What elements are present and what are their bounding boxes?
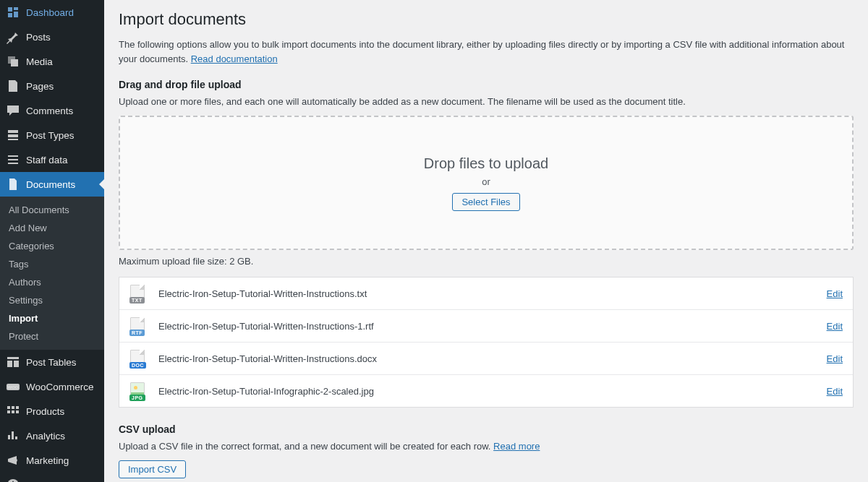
file-type-rtf-icon: RTF [129, 317, 145, 335]
intro-paragraph: The following options allow you to bulk … [119, 38, 854, 66]
uploaded-file-list: TXTElectric-Iron-Setup-Tutorial-Written-… [119, 277, 854, 408]
dashboard-icon [6, 5, 20, 20]
sidebar-item-label: Marketing [26, 455, 69, 466]
submenu-item-settings[interactable]: Settings [0, 291, 104, 309]
sidebar-item-post-types[interactable]: Post Types [0, 123, 104, 147]
sidebar-item-label: Media [26, 56, 53, 67]
file-dropzone[interactable]: Drop files to upload or Select Files [119, 116, 854, 250]
sidebar-item-posts[interactable]: Posts [0, 25, 104, 49]
sidebar-item-products[interactable]: Products [0, 399, 104, 423]
sidebar-item-marketing[interactable]: Marketing [0, 448, 104, 473]
file-edit-link[interactable]: Edit [827, 321, 843, 332]
products-icon [6, 404, 20, 418]
file-type-jpg-icon: JPG [129, 382, 145, 400]
sidebar-item-label: Pages [26, 81, 54, 92]
file-edit-link[interactable]: Edit [827, 353, 843, 364]
astra-icon [6, 478, 20, 482]
sidebar-item-media[interactable]: Media [0, 49, 104, 74]
woo-icon: WOO [6, 379, 20, 394]
posttypes-icon [6, 128, 20, 142]
select-files-button[interactable]: Select Files [452, 193, 519, 211]
file-type-doc-icon: DOC [129, 349, 145, 368]
sidebar-item-label: Post Tables [26, 357, 77, 368]
file-name: Electric-Iron-Setup-Tutorial-Infographic… [158, 386, 827, 397]
comment-icon [6, 103, 20, 118]
sidebar-item-label: Post Types [26, 130, 75, 141]
csv-upload-heading: CSV upload [119, 423, 854, 435]
csv-desc-text: Upload a CSV file in the correct format,… [119, 441, 493, 452]
sidebar-item-comments[interactable]: Comments [0, 98, 104, 123]
pin-icon [6, 30, 20, 44]
sidebar-item-analytics[interactable]: Analytics [0, 423, 104, 448]
analytics-icon [6, 429, 20, 443]
sidebar-item-pages[interactable]: Pages [0, 74, 104, 98]
main-content: Import documents The following options a… [104, 0, 868, 482]
sidebar-item-staff-data[interactable]: Staff data [0, 147, 104, 172]
drag-drop-heading: Drag and drop file upload [119, 79, 854, 90]
file-type-txt-icon: TXT [129, 284, 145, 303]
file-name: Electric-Iron-Setup-Tutorial-Written-Ins… [158, 353, 827, 364]
csv-read-more-link[interactable]: Read more [493, 441, 540, 452]
max-upload-size: Maximum upload file size: 2 GB. [119, 256, 854, 267]
submenu-item-import[interactable]: Import [0, 309, 104, 327]
file-name: Electric-Iron-Setup-Tutorial-Written-Ins… [158, 288, 827, 299]
read-documentation-link[interactable]: Read documentation [191, 53, 278, 64]
sidebar-item-label: Dashboard [26, 7, 74, 18]
submenu-item-add-new[interactable]: Add New [0, 219, 104, 237]
sidebar-item-label: Posts [26, 32, 51, 43]
file-row: JPGElectric-Iron-Setup-Tutorial-Infograp… [119, 375, 853, 407]
sidebar-item-label: Documents [26, 179, 75, 190]
sidebar-item-label: Comments [26, 106, 73, 116]
sidebar-item-astra[interactable]: Astra [0, 473, 104, 482]
dropzone-title: Drop files to upload [424, 155, 548, 172]
svg-rect-1 [11, 185, 15, 186]
submenu-item-tags[interactable]: Tags [0, 255, 104, 273]
sidebar-item-label: Products [26, 406, 64, 417]
submenu-item-all-documents[interactable]: All Documents [0, 201, 104, 219]
posttables-icon [6, 355, 20, 369]
list-icon [6, 152, 20, 167]
file-row: TXTElectric-Iron-Setup-Tutorial-Written-… [119, 277, 853, 310]
csv-upload-description: Upload a CSV file in the correct format,… [119, 441, 854, 452]
sidebar-item-label: Astra [26, 480, 49, 483]
sidebar-item-documents[interactable]: Documents [0, 172, 104, 197]
media-icon [6, 54, 20, 69]
file-edit-link[interactable]: Edit [827, 386, 843, 397]
submenu-item-protect[interactable]: Protect [0, 327, 104, 345]
page-title: Import documents [119, 10, 854, 29]
marketing-icon [6, 453, 20, 468]
svg-text:WOO: WOO [8, 385, 19, 390]
page-icon [6, 79, 20, 93]
submenu-item-authors[interactable]: Authors [0, 273, 104, 291]
submenu-item-categories[interactable]: Categories [0, 237, 104, 255]
sidebar-submenu: All DocumentsAdd NewCategoriesTagsAuthor… [0, 197, 104, 350]
sidebar-item-dashboard[interactable]: Dashboard [0, 0, 104, 25]
dropzone-or: or [482, 176, 490, 187]
sidebar-item-label: Staff data [26, 155, 68, 165]
sidebar-item-woocommerce[interactable]: WOOWooCommerce [0, 374, 104, 399]
sidebar-item-label: Analytics [26, 431, 65, 442]
sidebar-item-post-tables[interactable]: Post Tables [0, 350, 104, 374]
sidebar-item-label: WooCommerce [26, 382, 94, 392]
file-edit-link[interactable]: Edit [827, 288, 843, 299]
svg-rect-0 [11, 183, 15, 184]
drag-drop-description: Upload one or more files, and each one w… [119, 96, 854, 107]
document-icon [6, 177, 20, 191]
file-name: Electric-Iron-Setup-Tutorial-Written-Ins… [158, 321, 827, 332]
import-csv-button[interactable]: Import CSV [119, 460, 186, 478]
admin-sidebar: DashboardPostsMediaPagesCommentsPost Typ… [0, 0, 104, 482]
file-row: RTFElectric-Iron-Setup-Tutorial-Written-… [119, 310, 853, 343]
file-row: DOCElectric-Iron-Setup-Tutorial-Written-… [119, 343, 853, 375]
